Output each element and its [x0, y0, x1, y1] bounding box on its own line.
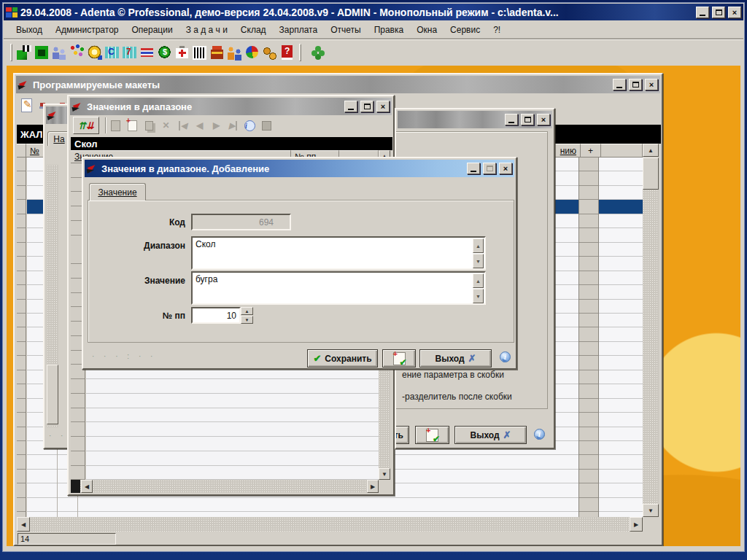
menu-help[interactable]: ?! [487, 23, 507, 37]
win3-vscroll-down[interactable]: ▼ [379, 468, 390, 480]
win4-save-button-clipped[interactable]: ить [395, 426, 409, 444]
clock-icon[interactable] [86, 43, 103, 62]
win3-hscroll-left[interactable]: ◀ [81, 480, 93, 493]
znachenie-memo[interactable]: бугра ▲ ▼ [191, 271, 486, 305]
toolbar-grip-2[interactable] [299, 44, 301, 61]
prev-record-icon[interactable]: ◀ [192, 117, 207, 133]
win1-hscrollbar[interactable]: ◀ ▶ [17, 517, 643, 532]
users-pair-icon[interactable] [226, 43, 243, 62]
strip-scrollbar[interactable] [47, 165, 58, 427]
save-button[interactable]: ✔Сохранить [307, 349, 378, 368]
sort-button[interactable]: ⇈⇊ [73, 117, 99, 134]
dialog-tab-znachenie[interactable]: Значение [89, 183, 146, 201]
flag-stripes-icon[interactable] [139, 43, 155, 62]
znachenie-scroll-up[interactable]: ▲ [473, 273, 484, 288]
win4-maximize-button[interactable] [521, 114, 534, 125]
win4-exit-button[interactable]: Выход✗ [454, 426, 527, 444]
win3-toolbar: ⇈⇊ ✕ ◀ ◀ ▶ ▶ i [70, 115, 392, 137]
menu-otchety[interactable]: Отчеты [324, 23, 367, 37]
win4-close-button[interactable]: × [537, 114, 550, 125]
win1-maximize-button[interactable] [629, 79, 642, 90]
dialog-maximize-button [483, 163, 496, 174]
dialog-info-balloon-icon[interactable]: i [500, 351, 511, 362]
win1-hscroll-right[interactable]: ▶ [630, 517, 643, 532]
open-icon[interactable] [108, 117, 123, 133]
gears-icon[interactable] [261, 43, 278, 62]
znachenie-scroll-down[interactable]: ▼ [473, 289, 484, 303]
first-aid-icon[interactable] [174, 43, 190, 62]
green-window-icon[interactable] [34, 43, 50, 62]
new-record-icon[interactable] [125, 117, 140, 133]
win4-titlebar[interactable]: × [398, 111, 552, 128]
gift-icon[interactable] [209, 43, 225, 62]
win3-maximize-button[interactable] [360, 101, 374, 112]
menu-zarplata[interactable]: Зарплата [273, 23, 325, 37]
paint-flag-icon[interactable] [16, 43, 33, 62]
document-check-icon [393, 352, 406, 365]
dollar-icon[interactable] [156, 43, 173, 62]
edit-document-icon[interactable] [20, 97, 34, 113]
win4-info-balloon-icon[interactable]: i [534, 429, 545, 440]
menu-administrator[interactable]: Администратор [49, 23, 125, 37]
win1-vscroll-up[interactable]: ▲ [643, 144, 659, 157]
delete-record-icon[interactable]: ✕ [158, 117, 174, 133]
win1-band-caption: ЖАЛ [20, 129, 42, 140]
menu-servis[interactable]: Сервис [444, 23, 487, 37]
stop-icon[interactable] [259, 117, 274, 133]
next-record-icon[interactable]: ▶ [209, 117, 224, 133]
dialog-close-button[interactable]: × [499, 163, 512, 174]
win1-vscroll-thumb[interactable] [643, 158, 659, 190]
diapazon-scroll-down[interactable]: ▼ [473, 254, 484, 268]
npp-spin-down[interactable]: ▼ [241, 316, 253, 324]
last-record-icon[interactable]: ▶ [225, 117, 241, 133]
copy-record-icon[interactable] [142, 117, 157, 133]
calendar-7-icon[interactable] [121, 43, 138, 62]
maximize-button[interactable] [712, 7, 725, 18]
win4-save-icon-button[interactable] [415, 426, 449, 444]
minimize-button[interactable] [696, 7, 709, 18]
pin-icon [47, 109, 59, 121]
win3-close-button[interactable]: × [376, 101, 390, 112]
menu-zadachi[interactable]: З а д а ч и [179, 23, 234, 37]
strip-scroll-thumb[interactable] [47, 365, 58, 424]
balloons-icon[interactable] [69, 43, 85, 62]
win3-hscroll-right[interactable]: ▶ [367, 480, 379, 493]
dialog-minimize-button[interactable] [467, 163, 480, 174]
win3-hscrollbar[interactable]: ◀ ▶ [71, 480, 379, 493]
win1-vscroll-down[interactable]: ▼ [643, 504, 659, 517]
npp-spin-up[interactable]: ▲ [241, 307, 253, 315]
calendar-c-icon[interactable] [104, 43, 120, 62]
pie-chart-icon[interactable] [244, 43, 260, 62]
win1-vscrollbar[interactable]: ▲ ▼ [643, 144, 659, 517]
win1-header-plus[interactable]: + [581, 144, 601, 158]
clover-icon[interactable] [309, 43, 326, 62]
users-blue-icon[interactable] [51, 43, 68, 62]
win4-minimize-button[interactable] [505, 114, 518, 125]
menu-pravka[interactable]: Правка [368, 23, 411, 37]
win1-close-button[interactable]: × [645, 79, 658, 90]
diapazon-memo[interactable]: Скол ▲ ▼ [191, 236, 486, 270]
win1-titlebar[interactable]: Программируемые макеты × [16, 76, 660, 93]
exit-button[interactable]: Выход✗ [419, 349, 492, 368]
info-icon[interactable]: i [242, 117, 258, 133]
dialog-titlebar[interactable]: Значения в диапазоне. Добавление × [85, 160, 514, 177]
npp-field[interactable] [191, 307, 241, 324]
first-record-icon[interactable]: ◀ [175, 117, 190, 133]
win4-option-label-1[interactable]: ение параметра в скобки [402, 370, 504, 380]
menu-sklad[interactable]: Склад [234, 23, 273, 37]
main-titlebar[interactable]: 29.04.2008 - Adenta © Professional, демо… [4, 4, 743, 20]
win3-minimize-button[interactable] [344, 101, 357, 112]
win3-titlebar[interactable]: Значения в диапазоне × [70, 98, 392, 115]
diapazon-scroll-up[interactable]: ▲ [473, 238, 484, 253]
barcode-icon[interactable] [191, 43, 208, 62]
win1-minimize-button[interactable] [613, 79, 626, 90]
menu-vyhod[interactable]: Выход [9, 23, 49, 37]
win4-option-label-2[interactable]: -разделитель после скобки [402, 392, 512, 402]
menu-operacii[interactable]: Операции [125, 23, 179, 37]
menu-okna[interactable]: Окна [410, 23, 444, 37]
help-book-icon[interactable] [279, 43, 295, 62]
toolbar-grip[interactable] [10, 44, 12, 61]
save-icon-button[interactable] [382, 349, 416, 368]
close-button[interactable]: × [728, 7, 741, 18]
win1-hscroll-left[interactable]: ◀ [17, 517, 30, 532]
